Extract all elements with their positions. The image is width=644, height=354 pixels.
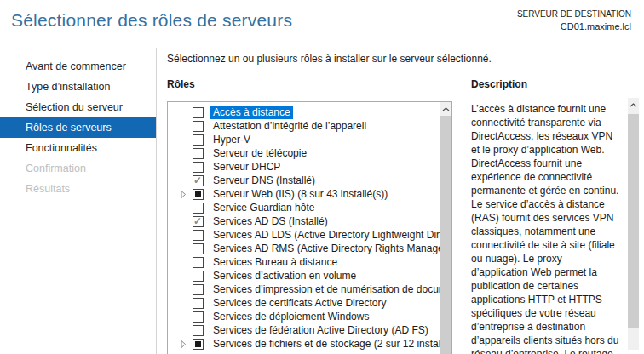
role-row-services-de-deploiement-windows[interactable]: Services de déploiement Windows bbox=[168, 310, 440, 323]
role-checkbox[interactable] bbox=[193, 325, 204, 336]
description-scrollbar-thumb[interactable] bbox=[628, 114, 639, 328]
role-label[interactable]: Services AD RMS (Active Directory Rights… bbox=[210, 242, 440, 255]
role-label[interactable]: Serveur DHCP bbox=[210, 160, 283, 174]
role-checkbox[interactable] bbox=[193, 230, 204, 241]
sidebar-item-avant-de-commencer[interactable]: Avant de commencer bbox=[0, 56, 156, 77]
role-label[interactable]: Services d’impression et de numérisation… bbox=[210, 283, 440, 296]
role-checkbox[interactable]: ✓ bbox=[193, 216, 204, 227]
role-checkbox[interactable] bbox=[193, 298, 204, 309]
role-label[interactable]: Services de fichiers et de stockage (2 s… bbox=[210, 337, 440, 351]
sidebar-item-resultats: Résultats bbox=[0, 179, 156, 199]
role-row-services-ad-rms-active-directory-rights-[interactable]: Services AD RMS (Active Directory Rights… bbox=[168, 242, 440, 255]
sidebar-divider bbox=[156, 48, 157, 354]
roles-header: Rôles bbox=[167, 78, 195, 90]
role-label[interactable]: Services de fédération Active Directory … bbox=[210, 323, 431, 337]
role-row-services-d-impression-et-de-numerisation[interactable]: Services d’impression et de numérisation… bbox=[168, 283, 440, 296]
destination-server-name: CD01.maxime.lcl bbox=[517, 20, 631, 32]
role-checkbox[interactable] bbox=[193, 189, 204, 200]
role-description: L’accès à distance fournit une connectiv… bbox=[471, 102, 621, 354]
sidebar-item-type-d-installation[interactable]: Type d’installation bbox=[0, 77, 156, 97]
scroll-up-icon[interactable] bbox=[440, 102, 451, 116]
installed-check-icon: ✓ bbox=[193, 215, 202, 227]
role-checkbox[interactable] bbox=[193, 257, 204, 268]
expand-arrow-icon[interactable] bbox=[181, 340, 193, 348]
destination-server-block: SERVEUR DE DESTINATION CD01.maxime.lcl bbox=[517, 9, 631, 32]
sidebar-item-selection-du-serveur[interactable]: Sélection du serveur bbox=[0, 97, 156, 117]
scroll-up-icon[interactable] bbox=[628, 98, 639, 111]
role-label[interactable]: Service Guardian hôte bbox=[210, 201, 317, 214]
role-checkbox[interactable]: ✓ bbox=[193, 175, 204, 186]
roles-scrollbar[interactable] bbox=[440, 102, 451, 354]
role-checkbox[interactable] bbox=[193, 121, 204, 132]
role-row-services-d-activation-en-volume[interactable]: Services d’activation en volume bbox=[168, 269, 440, 283]
role-checkbox[interactable] bbox=[193, 284, 204, 295]
role-label[interactable]: Serveur de télécopie bbox=[210, 146, 309, 160]
intro-text: Sélectionnez un ou plusieurs rôles à ins… bbox=[167, 53, 492, 65]
roles-scrollbar-thumb[interactable] bbox=[440, 116, 451, 354]
role-row-services-de-fichiers-et-de-stockage-2-su[interactable]: Services de fichiers et de stockage (2 s… bbox=[168, 337, 440, 351]
role-label[interactable]: Services de déploiement Windows bbox=[210, 310, 371, 323]
wizard-nav: Avant de commencerType d’installationSél… bbox=[0, 56, 156, 199]
role-checkbox[interactable] bbox=[193, 271, 204, 282]
wizard-window: Sélectionner des rôles de serveurs SERVE… bbox=[0, 0, 644, 354]
role-row-services-ad-ds-installe[interactable]: ✓Services AD DS (Installé) bbox=[168, 214, 440, 228]
description-header: Description bbox=[471, 78, 527, 90]
role-label[interactable]: Services AD LDS (Active Directory Lightw… bbox=[210, 228, 440, 242]
installed-check-icon: ✓ bbox=[193, 174, 202, 186]
role-label[interactable]: Serveur DNS (Installé) bbox=[210, 174, 318, 187]
role-label[interactable]: Serveur Web (IIS) (8 sur 43 installé(s)) bbox=[210, 187, 390, 201]
description-scrollbar[interactable] bbox=[628, 98, 639, 350]
role-checkbox[interactable] bbox=[193, 148, 204, 159]
partial-selection-icon bbox=[195, 191, 201, 197]
role-row-serveur-dhcp[interactable]: Serveur DHCP bbox=[168, 160, 440, 174]
role-checkbox[interactable] bbox=[193, 107, 204, 118]
role-label[interactable]: Hyper-V bbox=[210, 133, 253, 146]
role-row-hyper-v[interactable]: Hyper-V bbox=[168, 133, 440, 146]
expand-arrow-icon[interactable] bbox=[181, 191, 193, 198]
role-row-service-guardian-hote[interactable]: Service Guardian hôte bbox=[168, 201, 440, 214]
page-title: Sélectionner des rôles de serveurs bbox=[11, 10, 292, 31]
role-checkbox[interactable] bbox=[193, 243, 204, 254]
sidebar-item-roles-de-serveurs[interactable]: Rôles de serveurs bbox=[0, 117, 156, 138]
partial-selection-icon bbox=[195, 341, 201, 347]
role-checkbox[interactable] bbox=[193, 203, 204, 214]
roles-listbox[interactable]: Accès à distanceAttestation d’intégrité … bbox=[167, 101, 452, 354]
role-checkbox[interactable] bbox=[193, 134, 204, 146]
role-label[interactable]: Services d’activation en volume bbox=[210, 269, 359, 283]
role-row-serveur-web-iis-8-sur-43-installe-s[interactable]: Serveur Web (IIS) (8 sur 43 installé(s)) bbox=[168, 187, 440, 201]
role-row-services-de-certificats-active-directory[interactable]: Services de certificats Active Directory bbox=[168, 296, 440, 310]
role-label[interactable]: Attestation d’intégrité de l’appareil bbox=[210, 119, 369, 133]
role-row-serveur-de-telecopie[interactable]: Serveur de télécopie bbox=[168, 146, 440, 160]
role-label[interactable]: Accès à distance bbox=[210, 106, 293, 119]
role-label[interactable]: Services AD DS (Installé) bbox=[210, 214, 331, 228]
role-checkbox[interactable] bbox=[193, 339, 204, 350]
role-row-services-bureau-a-distance[interactable]: Services Bureau à distance bbox=[168, 255, 440, 269]
role-row-attestation-d-integrite-de-l-appareil[interactable]: Attestation d’intégrité de l’appareil bbox=[168, 119, 440, 133]
role-label[interactable]: Services Bureau à distance bbox=[210, 255, 340, 269]
sidebar-item-confirmation: Confirmation bbox=[0, 158, 156, 179]
destination-server-label: SERVEUR DE DESTINATION bbox=[517, 9, 631, 20]
sidebar-item-fonctionnalites[interactable]: Fonctionnalités bbox=[0, 138, 156, 158]
role-row-services-de-federation-active-directory-[interactable]: Services de fédération Active Directory … bbox=[168, 323, 440, 337]
role-checkbox[interactable] bbox=[193, 162, 204, 173]
role-label[interactable]: Services de certificats Active Directory bbox=[210, 296, 388, 310]
role-row-services-ad-lds-active-directory-lightwe[interactable]: Services AD LDS (Active Directory Lightw… bbox=[168, 228, 440, 242]
role-row-acces-a-distance[interactable]: Accès à distance bbox=[168, 106, 440, 119]
role-checkbox[interactable] bbox=[193, 311, 204, 323]
role-row-serveur-dns-installe[interactable]: ✓Serveur DNS (Installé) bbox=[168, 174, 440, 187]
